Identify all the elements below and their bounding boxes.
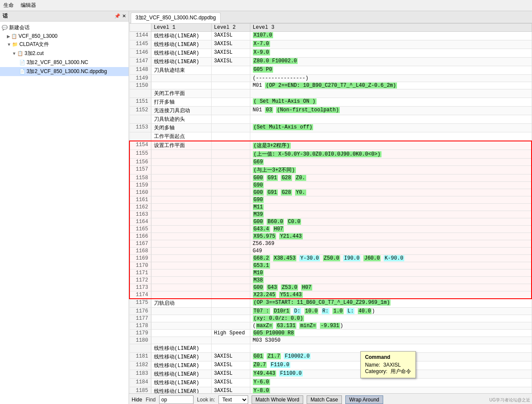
table-row: 1177(xy: 0.0/z: 0.0) (129, 315, 532, 322)
cell-level3: G53.1 (250, 262, 532, 269)
cell-lineno: 1183 (129, 370, 151, 379)
cell-level1: 线性移动(LINEAR) (151, 353, 211, 361)
wrap-around-button[interactable]: Wrap Around (345, 395, 383, 404)
tab-dppdbg[interactable]: 3加2_VCF_850_L3000.NC.dppdbg (131, 12, 221, 23)
close-icon[interactable]: ✕ (122, 13, 126, 19)
table-row: 1167Z56.369 (129, 240, 532, 248)
cell-level1: 刀具轨迹的头 (151, 115, 211, 124)
find-input[interactable] (159, 395, 194, 404)
cell-lineno (129, 344, 151, 353)
cell-lineno: 1179 (129, 330, 151, 337)
cell-level1: 线性移动(LINEAR) (151, 387, 211, 394)
cell-level3: Z80.0 F10002.0 (250, 58, 532, 66)
cell-level3: T07 : D10r1 D: 10.0 R: 1.0 L: 40.0) (250, 308, 532, 315)
tree-icon-dppdbg: 📄 (19, 69, 25, 74)
cell-level2: 3AXISL (211, 361, 250, 370)
cell-level3: G05 P0 (250, 66, 532, 75)
cell-level1: 线性移动(LINEAR) (151, 58, 211, 66)
tooltip-category-label: Category: (365, 368, 387, 374)
table-row: 1171M10 (129, 269, 532, 277)
cell-level2: 3AXISL (211, 40, 250, 49)
tree-item-cldata[interactable]: ▼ 📁 CLDATA文件 (0, 40, 129, 49)
cell-level1 (151, 174, 211, 182)
cell-level1 (151, 182, 211, 189)
cell-level2 (211, 284, 250, 291)
tree-item-vcf[interactable]: ▶ 📋 VCF_850_L3000 (0, 32, 129, 40)
table-row: 线性移动(LINEAR) (129, 344, 532, 353)
table-row: 1156G69 (129, 159, 532, 166)
pin-icon[interactable]: 📌 (114, 13, 120, 19)
cell-level1 (151, 196, 211, 204)
table-row: 1178(maxZ= 63.131 minZ= -9.931) (129, 322, 532, 330)
menu-item-life[interactable]: 生命 (2, 1, 15, 10)
code-table-container[interactable]: Level 1 Level 2 Level 3 1144线性移动(LINEAR)… (129, 23, 532, 393)
cell-level3: Y-6.0 (250, 379, 532, 387)
table-row: 1180M03 S3050 (129, 337, 532, 344)
cell-level3: M10 (250, 269, 532, 277)
menu-bar: 生命 编辑器 (0, 0, 532, 11)
cell-level3: G00 B60.0 C0.0 (250, 218, 532, 226)
cell-level3: (与上一3+2不同) (250, 166, 532, 174)
cell-level1: 刀具轨迹结束 (151, 66, 211, 75)
cell-level2 (211, 255, 250, 262)
cell-level3: X95.975 Y21.443 (250, 233, 532, 240)
menu-item-editor[interactable]: 编辑器 (19, 1, 38, 10)
new-session-item[interactable]: 💬 新建会话 (0, 23, 129, 32)
lookin-select[interactable]: Text Level 1 Level 2 Level 3 (218, 395, 248, 404)
table-row: 1144线性移动(LINEAR)3AXISLX107.0 (129, 32, 532, 40)
cell-lineno: 1160 (129, 189, 151, 196)
tree-item-nc[interactable]: 📄 3加2_VCF_850_L3000.NC (0, 58, 129, 67)
table-row: 1145线性移动(LINEAR)3AXISLX-7.0 (129, 40, 532, 49)
cell-level1: 关闭多轴 (151, 124, 211, 132)
cell-level2: 3AXISL (211, 49, 250, 58)
cell-lineno: 1159 (129, 182, 151, 189)
cell-level3 (250, 115, 532, 124)
cell-lineno: 1165 (129, 226, 151, 233)
new-session-icon: 💬 (2, 25, 8, 31)
cell-level1 (151, 204, 211, 211)
tree-item-cut[interactable]: ▼ 📋 3加2.cut (0, 49, 129, 58)
cell-level2 (211, 174, 250, 182)
match-whole-word-button[interactable]: Match Whole Word (252, 395, 303, 404)
col-header-level1: Level 1 (151, 24, 211, 32)
cell-level2 (211, 98, 250, 107)
cell-lineno: 1164 (129, 218, 151, 226)
cell-level2 (211, 132, 250, 141)
match-case-button[interactable]: Match Case (307, 395, 342, 404)
table-row: 1153关闭多轴(Set Mult-Axis off) (129, 124, 532, 132)
tree-item-dppdbg[interactable]: 📄 3加2_VCF_850_L3000.NC.dppdbg (0, 67, 129, 76)
cell-level2 (211, 82, 250, 89)
cell-level3: N01 03 (Non-first_toolpath) (250, 107, 532, 115)
cell-level3: X-7.0 (250, 40, 532, 49)
cell-level3: G68.2 X38.453 Y-30.0 Z50.0 I90.0 J60.0 K… (250, 255, 532, 262)
cell-lineno: 1149 (129, 75, 151, 82)
table-row: 1169G68.2 X38.453 Y-30.0 Z50.0 I90.0 J60… (129, 255, 532, 262)
tooltip-popup: Command Name: 3AXISL Category: 用户命令 (360, 351, 416, 378)
cell-lineno: 1154 (129, 141, 151, 150)
cell-level2: 3AXISL (211, 379, 250, 387)
cell-level2 (211, 211, 250, 218)
tooltip-category-value: 用户命令 (391, 368, 411, 374)
cell-level3 (250, 132, 532, 141)
table-row: 1150M01 (OP 2==END: 10_B90_C270_T7_^_L40… (129, 82, 532, 89)
cell-level1: 无连接刀具启动 (151, 107, 211, 115)
cell-level3: G43.4 H07 (250, 226, 532, 233)
cell-level2 (211, 141, 250, 150)
tree-label-cut: 3加2.cut (25, 50, 44, 57)
cell-level2 (211, 66, 250, 75)
cell-level1: 线性移动(LINEAR) (151, 361, 211, 370)
cell-lineno: 1162 (129, 204, 151, 211)
cell-level1: 打开多轴 (151, 98, 211, 107)
lookin-label: Look in: (197, 397, 215, 403)
table-row: 1152无连接刀具启动N01 03 (Non-first_toolpath) (129, 107, 532, 115)
cell-level1: 线性移动(LINEAR) (151, 49, 211, 58)
right-panel: 3加2_VCF_850_L3000.NC.dppdbg Level 1 Leve… (129, 11, 532, 404)
left-panel-title: 话 (3, 12, 8, 20)
cell-level2 (211, 204, 250, 211)
cell-level1: 线性移动(LINEAR) (151, 379, 211, 387)
cell-level1 (151, 159, 211, 166)
table-row: 1159G90 (129, 182, 532, 189)
cell-level3: G00 G91 G28 Y0. (250, 189, 532, 196)
cell-level2 (211, 107, 250, 115)
cell-lineno: 1152 (129, 107, 151, 115)
